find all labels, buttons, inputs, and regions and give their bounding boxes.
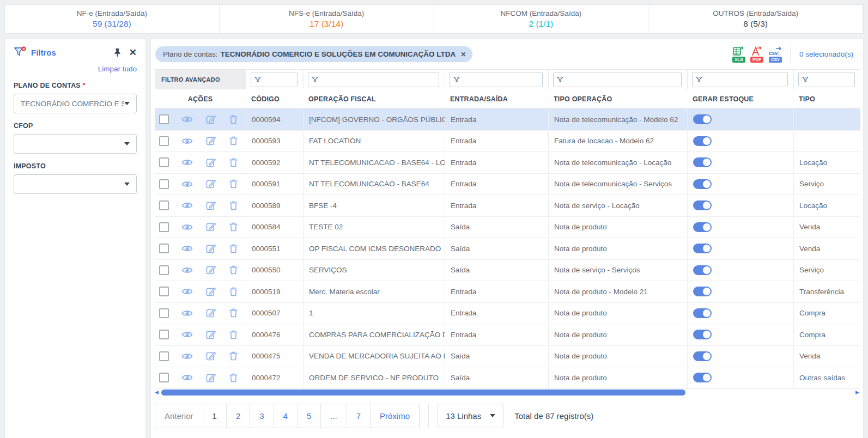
page-button[interactable]: 3 xyxy=(250,404,273,428)
delete-icon[interactable] xyxy=(229,287,238,297)
scroll-right-icon[interactable]: ▶ xyxy=(855,390,859,395)
chip-remove-icon[interactable]: ✕ xyxy=(460,51,466,58)
stock-toggle-on[interactable] xyxy=(693,308,712,318)
stock-toggle-on[interactable] xyxy=(693,200,712,210)
column-filter-input[interactable] xyxy=(798,72,855,87)
delete-icon[interactable] xyxy=(229,157,238,168)
edit-icon[interactable] xyxy=(206,351,216,361)
column-header[interactable]: GERAR ESTOQUE xyxy=(687,95,793,103)
delete-icon[interactable] xyxy=(229,373,238,383)
page-button[interactable]: 7 xyxy=(347,404,370,428)
table-row[interactable]: 0000591 NT TELECOMUNICACAO - BASE64 Entr… xyxy=(155,174,860,196)
table-row[interactable]: 0000550 SERVIÇOS Saída Nota de serviço -… xyxy=(155,260,860,282)
edit-icon[interactable] xyxy=(206,373,216,383)
delete-icon[interactable] xyxy=(229,244,238,254)
page-button[interactable]: 2 xyxy=(226,404,250,428)
summary-tab[interactable]: NF-e (Entrada/Saída) 59 (31/28) xyxy=(5,5,220,33)
view-icon[interactable] xyxy=(181,244,193,253)
table-row[interactable]: 0000584 TESTE 02 Saída Nota de produto V… xyxy=(155,217,860,239)
table-row[interactable]: 0000589 BFSE -4 Entrada Nota de serviço … xyxy=(155,195,860,217)
filter-field-select[interactable] xyxy=(14,134,137,154)
table-row[interactable]: 0000594 [NFCOM] GOVERNO - ORGÃOS PÚBLICO… xyxy=(155,109,860,131)
delete-icon[interactable] xyxy=(229,179,238,189)
row-checkbox[interactable] xyxy=(159,179,169,189)
pin-icon[interactable] xyxy=(113,48,122,57)
row-checkbox[interactable] xyxy=(159,200,169,210)
edit-icon[interactable] xyxy=(206,308,216,318)
export-xls-button[interactable]: XLS xyxy=(732,46,745,63)
delete-icon[interactable] xyxy=(229,308,238,318)
delete-icon[interactable] xyxy=(229,114,238,125)
export-pdf-button[interactable]: PDF xyxy=(750,46,763,63)
edit-icon[interactable] xyxy=(206,287,216,297)
view-icon[interactable] xyxy=(181,266,193,275)
scrollbar-thumb[interactable] xyxy=(161,390,685,396)
edit-icon[interactable] xyxy=(206,330,216,340)
column-filter-input[interactable] xyxy=(308,72,439,87)
column-header[interactable]: CÓDIGO xyxy=(246,95,303,103)
column-filter-input[interactable] xyxy=(553,72,682,87)
view-icon[interactable] xyxy=(181,137,193,145)
page-button[interactable]: 4 xyxy=(274,404,297,428)
page-button[interactable]: 1 xyxy=(203,404,226,428)
table-row[interactable]: 0000519 Merc. Materia escolar Entrada No… xyxy=(155,281,860,303)
summary-tab[interactable]: NFCOM (Entrada/Saída) 2 (1/1) xyxy=(434,5,649,33)
clear-all-link[interactable]: Limpar tudo xyxy=(14,65,137,73)
stock-toggle-on[interactable] xyxy=(693,179,712,189)
view-icon[interactable] xyxy=(181,330,193,339)
export-csv-button[interactable]: csv; CSV xyxy=(768,46,782,63)
filter-field-select[interactable] xyxy=(14,174,137,194)
edit-icon[interactable] xyxy=(206,179,216,189)
table-row[interactable]: 0000475 VENDA DE MERCADORIA SUJEITA AO R… xyxy=(155,346,860,368)
row-checkbox[interactable] xyxy=(159,373,169,382)
edit-icon[interactable] xyxy=(206,200,216,211)
summary-tab[interactable]: NFS-e (Entrada/Saída) 17 (3/14) xyxy=(220,5,434,33)
row-checkbox[interactable] xyxy=(159,157,169,167)
row-checkbox[interactable] xyxy=(159,136,169,146)
next-page-button[interactable]: Próximo xyxy=(370,404,419,428)
view-icon[interactable] xyxy=(181,352,193,361)
summary-tab[interactable]: OUTROS (Entrada/Saída) 8 (5/3) xyxy=(648,5,863,33)
page-button[interactable]: 5 xyxy=(297,404,320,428)
delete-icon[interactable] xyxy=(229,351,238,361)
delete-icon[interactable] xyxy=(229,265,238,275)
column-header[interactable]: TIPO OPERAÇÃO xyxy=(548,95,687,103)
table-row[interactable]: 0000592 NT TELECOMUNICACAO - BASE64 - LO… xyxy=(155,152,860,174)
stock-toggle-on[interactable] xyxy=(693,222,712,232)
stock-toggle-on[interactable] xyxy=(693,114,712,124)
table-row[interactable]: 0000472 ORDEM DE SERVICO - NF PRODUTO Sa… xyxy=(155,367,860,389)
row-checkbox[interactable] xyxy=(159,351,169,361)
column-header[interactable]: ENTRADA/SAÍDA xyxy=(445,95,548,103)
edit-icon[interactable] xyxy=(206,136,216,146)
row-checkbox[interactable] xyxy=(159,244,169,253)
rows-per-page-select[interactable]: 13 Linhas xyxy=(438,404,503,428)
edit-icon[interactable] xyxy=(206,157,216,168)
edit-icon[interactable] xyxy=(206,244,216,254)
view-icon[interactable] xyxy=(181,287,193,296)
table-row[interactable]: 0000551 OP FISCAL COM ICMS DESONERADO Sa… xyxy=(155,238,860,260)
close-filters-icon[interactable]: ✕ xyxy=(129,47,137,58)
view-icon[interactable] xyxy=(181,201,193,210)
table-row[interactable]: 0000593 FAT LOCATION Entrada Fatura de l… xyxy=(155,131,860,153)
delete-icon[interactable] xyxy=(229,222,238,232)
view-icon[interactable] xyxy=(181,309,193,318)
table-row[interactable]: 0000507 1 Entrada Nota de produto Compra xyxy=(155,303,860,325)
stock-toggle-on[interactable] xyxy=(693,287,712,296)
stock-toggle-on[interactable] xyxy=(693,351,712,361)
row-checkbox[interactable] xyxy=(159,287,169,296)
column-filter-input[interactable] xyxy=(450,72,543,87)
column-filter-input[interactable] xyxy=(251,72,298,87)
row-checkbox[interactable] xyxy=(159,222,169,232)
column-header[interactable]: OPERAÇÃO FISCAL xyxy=(303,95,445,103)
view-icon[interactable] xyxy=(181,180,193,188)
row-checkbox[interactable] xyxy=(159,308,169,318)
delete-icon[interactable] xyxy=(229,330,238,340)
stock-toggle-on[interactable] xyxy=(693,136,712,146)
previous-page-button[interactable]: Anterior xyxy=(155,404,203,428)
row-checkbox[interactable] xyxy=(159,330,169,339)
row-checkbox[interactable] xyxy=(159,114,169,124)
horizontal-scrollbar[interactable]: ◀ ▶ xyxy=(155,389,860,397)
view-icon[interactable] xyxy=(181,158,193,167)
row-checkbox[interactable] xyxy=(159,265,169,275)
edit-icon[interactable] xyxy=(206,114,216,125)
